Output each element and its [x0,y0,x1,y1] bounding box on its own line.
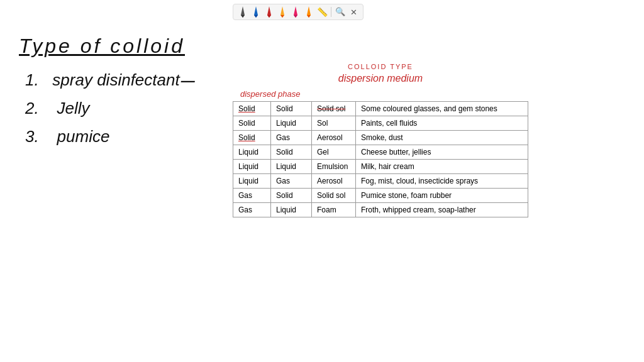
cell-colloid-name: Solid sol [312,189,356,203]
cell-dispersion: Solid [271,102,312,116]
cell-dispersion: Liquid [271,203,312,217]
cell-examples: Some coloured glasses, and gem stones [356,102,528,116]
pencil-blue-tool[interactable] [250,6,262,18]
cell-examples: Froth, whipped cream, soap-lather [356,203,528,217]
svg-marker-3 [254,15,258,18]
cell-colloid-name: Aerosol [312,174,356,189]
dispersed-phase-label: dispersed phase [240,89,528,99]
cell-dispersed: Liquid [233,145,271,160]
svg-marker-9 [294,15,297,18]
pencil-black-tool[interactable] [237,6,248,18]
page-title: Type of colloid [19,35,625,58]
cell-dispersion: Gas [271,174,312,189]
svg-marker-1 [241,15,245,18]
svg-marker-5 [267,15,271,18]
cell-dispersion: Solid [271,145,312,160]
cell-colloid-name: Sol [312,116,356,131]
cell-dispersion: Liquid [271,160,312,174]
cell-examples: Smoke, dust [356,131,528,145]
svg-marker-11 [307,15,311,18]
table-row: SolidSolidSolid solSome coloured glasses… [233,102,528,116]
pencil-pink-tool[interactable] [290,6,301,18]
list-text-1: spray disinfectant [52,70,179,89]
list-number-3: 3. [25,127,39,146]
cell-colloid-name: Foam [312,203,356,217]
close-button[interactable]: ✕ [348,6,359,18]
cell-dispersion: Solid [271,189,312,203]
pencil-orange-tool[interactable] [303,6,314,18]
cell-dispersed: Solid [233,131,271,145]
colloid-type-label: COLLOID TYPE [233,63,528,70]
cell-colloid-name: Solid sol [312,102,356,116]
svg-marker-7 [280,15,284,18]
cell-colloid-name: Aerosol [312,131,356,145]
cell-dispersion: Gas [271,131,312,145]
table-row: LiquidLiquidEmulsionMilk, hair cream [233,160,528,174]
zoom-tool[interactable]: 🔍 [335,6,346,18]
list-text-2: Jelly [57,99,90,118]
dispersion-medium-label: dispersion medium [233,73,528,84]
title-text: Type of colloid [19,35,185,57]
cell-examples: Pumice stone, foam rubber [356,189,528,203]
cell-examples: Milk, hair cream [356,160,528,174]
cell-dispersed: Gas [233,203,271,217]
cell-examples: Cheese butter, jellies [356,145,528,160]
pencil-yellow-tool[interactable] [277,6,288,18]
table-row: SolidLiquidSolPaints, cell fluids [233,116,528,131]
cell-colloid-name: Gel [312,145,356,160]
cell-dispersion: Liquid [271,116,312,131]
cell-dispersed: Liquid [233,160,271,174]
cell-colloid-name: Emulsion [312,160,356,174]
cell-dispersed: Solid [233,102,271,116]
list-number-1: 1. [25,70,39,89]
list-text-3: pumice [57,127,110,146]
table-row: SolidGasAerosolSmoke, dust [233,131,528,145]
table-row: LiquidSolidGelCheese butter, jellies [233,145,528,160]
cell-examples: Paints, cell fluids [356,116,528,131]
pencil-red-tool[interactable] [264,6,275,18]
cell-dispersed: Gas [233,189,271,203]
ruler-tool[interactable]: 📏 [316,6,328,18]
table-row: LiquidGasAerosolFog, mist, cloud, insect… [233,174,528,189]
cell-examples: Fog, mist, cloud, insecticide sprays [356,174,528,189]
table-row: GasLiquidFoamFroth, whipped cream, soap-… [233,203,528,217]
table-row: GasSolidSolid solPumice stone, foam rubb… [233,189,528,203]
list-number-2: 2. [25,99,39,118]
table-section: COLLOID TYPE dispersion medium dispersed… [233,63,528,217]
cell-dispersed: Solid [233,116,271,131]
colloid-table: SolidSolidSolid solSome coloured glasses… [233,101,528,217]
cell-dispersed: Liquid [233,174,271,189]
toolbar: 📏 🔍 ✕ [233,4,364,20]
